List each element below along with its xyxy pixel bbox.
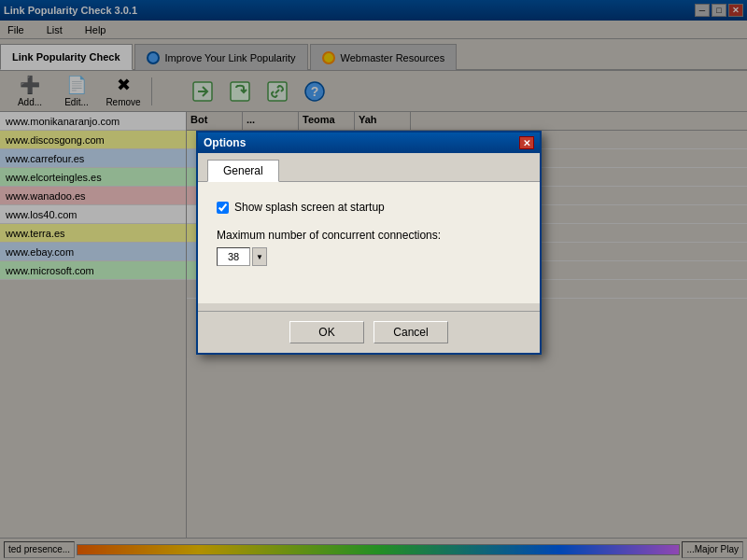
options-dialog: Options ✕ General Show splash screen at … — [196, 131, 542, 355]
splash-screen-checkbox[interactable] — [217, 202, 229, 214]
dialog-footer: OK Cancel — [198, 312, 540, 353]
ok-button[interactable]: OK — [289, 321, 364, 343]
connections-row: Maximum number of concurrent connections… — [217, 229, 521, 266]
connections-input[interactable] — [217, 247, 250, 266]
splash-screen-label: Show splash screen at startup — [234, 201, 385, 214]
connections-label: Maximum number of concurrent connections… — [217, 229, 521, 242]
connections-control: ▼ — [217, 247, 521, 266]
connections-dropdown[interactable]: ▼ — [252, 247, 267, 266]
splash-screen-row: Show splash screen at startup — [217, 201, 521, 214]
dialog-content: Show splash screen at startup Maximum nu… — [198, 182, 540, 303]
cancel-button[interactable]: Cancel — [374, 321, 448, 343]
dialog-title: Options — [204, 136, 246, 149]
dialog-tab-bar: General — [198, 153, 540, 182]
dialog-titlebar: Options ✕ — [198, 133, 540, 153]
dialog-tab-general[interactable]: General — [207, 160, 279, 182]
dialog-close-button[interactable]: ✕ — [519, 136, 534, 149]
modal-overlay: Options ✕ General Show splash screen at … — [0, 0, 747, 560]
